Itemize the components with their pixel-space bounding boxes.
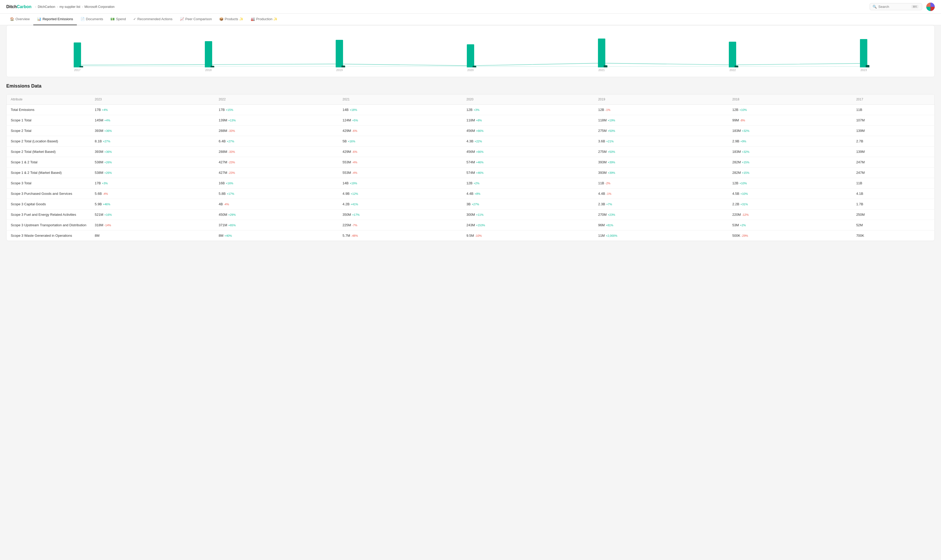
tab-overview[interactable]: 🏠 Overview [6, 14, 33, 25]
table-cell-value: 9.5M-10% [462, 231, 594, 241]
table-cell-value: 124M+5% [338, 115, 462, 126]
table-cell-value: 183M+32% [728, 126, 852, 136]
tab-recommended-actions[interactable]: ✓ Recommended Actions [129, 14, 176, 25]
chart-x-label: 2023 [798, 68, 929, 72]
table-row: Scope 2 Total393M+36%288M-33%429M-6%456M… [6, 126, 935, 136]
tab-peer-comparison[interactable]: 📈 Peer Comparison [176, 14, 216, 25]
chart-year-group [667, 42, 798, 68]
table-cell-value: 2.9B+9% [728, 136, 852, 146]
table-header-attribute: Attribute [6, 94, 91, 105]
cell-change: +21% [606, 140, 613, 143]
cell-change: +8% [476, 119, 482, 122]
table-cell-value: 14B+19% [338, 178, 462, 189]
search-shortcut: ⌘K [911, 5, 918, 8]
table-header-year-2023: 2023 [91, 94, 214, 105]
table-cell-value: 5.9B+46% [91, 199, 214, 209]
chart-x-label: 2019 [274, 68, 405, 72]
cell-value: 553M [342, 160, 351, 164]
chart-x-label: 2018 [143, 68, 274, 72]
table-row: Scope 3 Waste Generated in Operations8M8… [6, 231, 935, 241]
cell-value: 5.8B [219, 192, 226, 195]
table-body: Total Emissions17B+4%17B+15%14B+18%12B+3… [6, 105, 935, 241]
table-cell-attribute: Scope 3 Waste Generated in Operations [6, 231, 91, 241]
cell-value: 456M [467, 150, 475, 154]
table-row: Scope 2 Total (Market Based)393M+36%288M… [6, 146, 935, 157]
table-cell-value: 1.7B [852, 199, 935, 209]
search-icon: 🔍 [873, 5, 877, 9]
cell-value: 8M [95, 234, 99, 237]
breadcrumb: › DitchCarbon › my supplier list › Micro… [34, 5, 115, 9]
cell-change: -29% [741, 234, 748, 237]
cell-change: +41% [351, 203, 358, 206]
tab-documents[interactable]: 📄 Documents [77, 14, 107, 25]
cell-value: 500K [732, 234, 740, 237]
table-cell-value: 11B [852, 178, 935, 189]
cell-value: 99M [732, 118, 739, 122]
table-cell-value: 4.3B+22% [462, 136, 594, 146]
table-header-year-2022: 2022 [214, 94, 338, 105]
cell-change: +36% [105, 129, 112, 132]
table-cell-attribute: Scope 1 Total [6, 115, 91, 126]
cell-value: 11M [598, 234, 605, 237]
breadcrumb-ditchcarbon[interactable]: DitchCarbon [38, 5, 55, 9]
table-cell-value: 2.7B [852, 136, 935, 146]
cell-change: +66% [476, 129, 484, 132]
chart-year-group [798, 39, 929, 68]
table-cell-value: 700K [852, 231, 935, 241]
cell-value: 538M [95, 171, 103, 175]
cell-change: +10% [740, 192, 748, 195]
cell-change: -33% [228, 129, 235, 132]
cell-value: 371M [219, 223, 227, 227]
cell-change: +32% [742, 129, 749, 132]
cell-value: 11B [598, 181, 604, 185]
cell-value: 2.2B [732, 202, 739, 206]
cell-change: +18% [350, 108, 357, 111]
cell-change: +26% [105, 171, 112, 174]
data-table-card: Attribute2023202220212020201920182017 To… [6, 94, 935, 241]
table-cell-value: 393M+39% [594, 157, 728, 168]
table-row: Scope 1 & 2 Total (Market Based)538M+26%… [6, 168, 935, 178]
breadcrumb-supplier-list[interactable]: my supplier list [60, 5, 80, 9]
cell-value: 393M [95, 150, 103, 154]
top-nav: DitchCarbon › DitchCarbon › my supplier … [0, 0, 941, 14]
brand-logo[interactable]: DitchCarbon [6, 5, 31, 9]
cell-change: -12% [742, 213, 749, 216]
search-box[interactable]: 🔍 ⌘K [870, 3, 922, 10]
table-cell-value: 3B+27% [462, 199, 594, 209]
cell-change: +66% [476, 150, 484, 153]
section-title: Emissions Data [6, 83, 935, 89]
cell-value: 118M [598, 118, 607, 122]
chart-bar-small [80, 66, 83, 68]
cell-value: 393M [598, 160, 607, 164]
cell-value: 139M [856, 129, 865, 133]
search-input[interactable] [878, 5, 910, 9]
tab-production[interactable]: 🏭 Production ✨ [247, 14, 282, 25]
breadcrumb-company[interactable]: Microsoft Corporation [85, 5, 115, 9]
cell-value: 4.3B [467, 139, 474, 143]
cell-change: +4% [105, 119, 110, 122]
tab-products[interactable]: 📦 Products ✨ [216, 14, 247, 25]
cell-change: +3% [102, 182, 108, 185]
cell-change: -10% [475, 234, 482, 237]
table-cell-value: 275M+50% [594, 126, 728, 136]
table-cell-attribute: Scope 1 & 2 Total (Market Based) [6, 168, 91, 178]
cell-value: 11B [856, 181, 862, 185]
tab-bar: 🏠 Overview 📊 Reported Emissions 📄 Docume… [0, 14, 941, 25]
table-cell-value: 318M-14% [91, 220, 214, 231]
table-cell-value: 139M [852, 146, 935, 157]
cell-value: 139M [219, 118, 227, 122]
avatar[interactable] [926, 3, 935, 11]
cell-value: 282M [732, 171, 741, 175]
chart-bar-main [336, 40, 343, 68]
cell-value: 183M [732, 129, 741, 133]
chart-year-group [274, 40, 405, 68]
cell-change: +50% [608, 129, 615, 132]
tab-spend[interactable]: 💵 Spend [107, 14, 129, 25]
chart-bar-small [735, 66, 738, 68]
chart-bar-small [604, 65, 607, 68]
table-cell-value: 12B+2% [462, 178, 594, 189]
cell-value: 16B [219, 181, 225, 185]
table-cell-value: 12B+3% [462, 105, 594, 115]
tab-reported-emissions[interactable]: 📊 Reported Emissions [33, 14, 77, 25]
cell-value: 14B [342, 181, 348, 185]
